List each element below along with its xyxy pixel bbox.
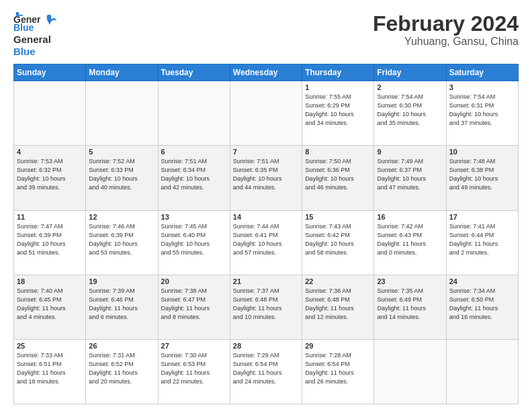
svg-text:Blue: Blue [13, 22, 34, 32]
calendar-cell: 27Sunrise: 7:30 AM Sunset: 6:53 PM Dayli… [158, 339, 230, 404]
day-number: 24 [449, 277, 515, 285]
day-info: Sunrise: 7:43 AM Sunset: 6:42 PM Dayligh… [305, 222, 371, 257]
calendar-cell: 15Sunrise: 7:43 AM Sunset: 6:42 PM Dayli… [302, 210, 374, 275]
day-number: 22 [305, 277, 371, 285]
calendar-cell: 16Sunrise: 7:42 AM Sunset: 6:43 PM Dayli… [374, 210, 446, 275]
day-info: Sunrise: 7:35 AM Sunset: 6:49 PM Dayligh… [377, 287, 443, 322]
day-number: 13 [161, 213, 227, 221]
day-info: Sunrise: 7:41 AM Sunset: 6:44 PM Dayligh… [449, 222, 515, 257]
day-info: Sunrise: 7:47 AM Sunset: 6:39 PM Dayligh… [17, 222, 83, 257]
day-number: 10 [449, 148, 515, 156]
calendar-cell: 7Sunrise: 7:51 AM Sunset: 6:35 PM Daylig… [230, 146, 302, 210]
day-number: 27 [161, 342, 227, 350]
day-info: Sunrise: 7:36 AM Sunset: 6:48 PM Dayligh… [305, 287, 371, 322]
weekday-header-friday: Friday [374, 64, 446, 81]
day-number: 14 [233, 213, 299, 221]
day-info: Sunrise: 7:38 AM Sunset: 6:47 PM Dayligh… [161, 287, 227, 322]
logo: General Blue General Blue [13, 12, 56, 57]
calendar-cell: 2Sunrise: 7:54 AM Sunset: 6:30 PM Daylig… [374, 81, 446, 146]
day-info: Sunrise: 7:42 AM Sunset: 6:43 PM Dayligh… [377, 222, 443, 257]
main-title: February 2024 [373, 12, 519, 36]
day-info: Sunrise: 7:55 AM Sunset: 6:29 PM Dayligh… [305, 93, 371, 128]
calendar-cell [158, 81, 230, 146]
day-number: 6 [161, 148, 227, 156]
day-info: Sunrise: 7:53 AM Sunset: 6:32 PM Dayligh… [17, 157, 83, 192]
calendar-cell: 9Sunrise: 7:49 AM Sunset: 6:37 PM Daylig… [374, 146, 446, 210]
calendar-cell: 28Sunrise: 7:29 AM Sunset: 6:54 PM Dayli… [230, 339, 302, 404]
day-info: Sunrise: 7:54 AM Sunset: 6:30 PM Dayligh… [377, 93, 443, 128]
day-info: Sunrise: 7:28 AM Sunset: 6:54 PM Dayligh… [305, 351, 371, 386]
day-info: Sunrise: 7:40 AM Sunset: 6:45 PM Dayligh… [17, 287, 83, 322]
logo-general-text: General [13, 34, 51, 45]
calendar-cell: 19Sunrise: 7:39 AM Sunset: 6:46 PM Dayli… [86, 275, 158, 339]
day-number: 28 [233, 342, 299, 350]
calendar-cell: 1Sunrise: 7:55 AM Sunset: 6:29 PM Daylig… [302, 81, 374, 146]
day-number: 7 [233, 148, 299, 156]
calendar-cell: 5Sunrise: 7:52 AM Sunset: 6:33 PM Daylig… [86, 146, 158, 210]
calendar-table: SundayMondayTuesdayWednesdayThursdayFrid… [13, 64, 519, 404]
calendar-cell: 13Sunrise: 7:45 AM Sunset: 6:40 PM Dayli… [158, 210, 230, 275]
day-info: Sunrise: 7:31 AM Sunset: 6:52 PM Dayligh… [89, 351, 154, 386]
calendar-cell: 18Sunrise: 7:40 AM Sunset: 6:45 PM Dayli… [14, 275, 86, 339]
day-number: 16 [377, 213, 443, 221]
calendar-cell: 20Sunrise: 7:38 AM Sunset: 6:47 PM Dayli… [158, 275, 230, 339]
calendar-week-row: 1Sunrise: 7:55 AM Sunset: 6:29 PM Daylig… [14, 81, 519, 146]
day-info: Sunrise: 7:50 AM Sunset: 6:36 PM Dayligh… [305, 157, 371, 192]
day-number: 9 [377, 148, 443, 156]
day-number: 19 [89, 277, 154, 285]
logo-blue-text: Blue [13, 46, 36, 57]
calendar-cell: 12Sunrise: 7:46 AM Sunset: 6:39 PM Dayli… [86, 210, 158, 275]
day-info: Sunrise: 7:45 AM Sunset: 6:40 PM Dayligh… [161, 222, 227, 257]
day-number: 12 [89, 213, 154, 221]
day-number: 25 [17, 342, 83, 350]
calendar-cell [446, 339, 518, 404]
calendar-cell: 29Sunrise: 7:28 AM Sunset: 6:54 PM Dayli… [302, 339, 374, 404]
header: General Blue General Blue February 2024 … [13, 12, 519, 57]
day-number: 8 [305, 148, 371, 156]
calendar-cell: 17Sunrise: 7:41 AM Sunset: 6:44 PM Dayli… [446, 210, 518, 275]
calendar-cell: 21Sunrise: 7:37 AM Sunset: 6:48 PM Dayli… [230, 275, 302, 339]
weekday-header-thursday: Thursday [302, 64, 374, 81]
weekday-header-wednesday: Wednesday [230, 64, 302, 81]
day-info: Sunrise: 7:51 AM Sunset: 6:34 PM Dayligh… [161, 157, 227, 192]
calendar-cell: 25Sunrise: 7:33 AM Sunset: 6:51 PM Dayli… [14, 339, 86, 404]
day-number: 18 [17, 277, 83, 285]
calendar-cell [86, 81, 158, 146]
calendar-cell [14, 81, 86, 146]
day-number: 3 [449, 83, 515, 91]
day-info: Sunrise: 7:39 AM Sunset: 6:46 PM Dayligh… [89, 287, 154, 322]
calendar-cell [230, 81, 302, 146]
sub-title: Yuhuang, Gansu, China [373, 36, 519, 48]
day-number: 29 [305, 342, 371, 350]
calendar-cell: 10Sunrise: 7:48 AM Sunset: 6:38 PM Dayli… [446, 146, 518, 210]
day-number: 17 [449, 213, 515, 221]
day-number: 1 [305, 83, 371, 91]
day-info: Sunrise: 7:46 AM Sunset: 6:39 PM Dayligh… [89, 222, 154, 257]
calendar-cell: 8Sunrise: 7:50 AM Sunset: 6:36 PM Daylig… [302, 146, 374, 210]
page: General Blue General Blue February 2024 … [0, 0, 532, 411]
day-number: 2 [377, 83, 443, 91]
day-info: Sunrise: 7:54 AM Sunset: 6:31 PM Dayligh… [449, 93, 515, 128]
day-number: 23 [377, 277, 443, 285]
weekday-header-saturday: Saturday [446, 64, 518, 81]
day-number: 20 [161, 277, 227, 285]
calendar-cell: 14Sunrise: 7:44 AM Sunset: 6:41 PM Dayli… [230, 210, 302, 275]
day-info: Sunrise: 7:34 AM Sunset: 6:50 PM Dayligh… [449, 287, 515, 322]
day-info: Sunrise: 7:52 AM Sunset: 6:33 PM Dayligh… [89, 157, 154, 192]
title-block: February 2024 Yuhuang, Gansu, China [373, 12, 519, 48]
calendar-cell: 11Sunrise: 7:47 AM Sunset: 6:39 PM Dayli… [14, 210, 86, 275]
weekday-header-row: SundayMondayTuesdayWednesdayThursdayFrid… [14, 64, 519, 81]
calendar-cell: 26Sunrise: 7:31 AM Sunset: 6:52 PM Dayli… [86, 339, 158, 404]
calendar-week-row: 4Sunrise: 7:53 AM Sunset: 6:32 PM Daylig… [14, 146, 519, 210]
day-number: 11 [17, 213, 83, 221]
day-info: Sunrise: 7:29 AM Sunset: 6:54 PM Dayligh… [233, 351, 299, 386]
calendar-cell: 6Sunrise: 7:51 AM Sunset: 6:34 PM Daylig… [158, 146, 230, 210]
day-number: 21 [233, 277, 299, 285]
day-number: 26 [89, 342, 154, 350]
day-info: Sunrise: 7:51 AM Sunset: 6:35 PM Dayligh… [233, 157, 299, 192]
day-info: Sunrise: 7:37 AM Sunset: 6:48 PM Dayligh… [233, 287, 299, 322]
weekday-header-monday: Monday [86, 64, 158, 81]
calendar-cell: 22Sunrise: 7:36 AM Sunset: 6:48 PM Dayli… [302, 275, 374, 339]
calendar-week-row: 25Sunrise: 7:33 AM Sunset: 6:51 PM Dayli… [14, 339, 519, 404]
calendar-cell [374, 339, 446, 404]
